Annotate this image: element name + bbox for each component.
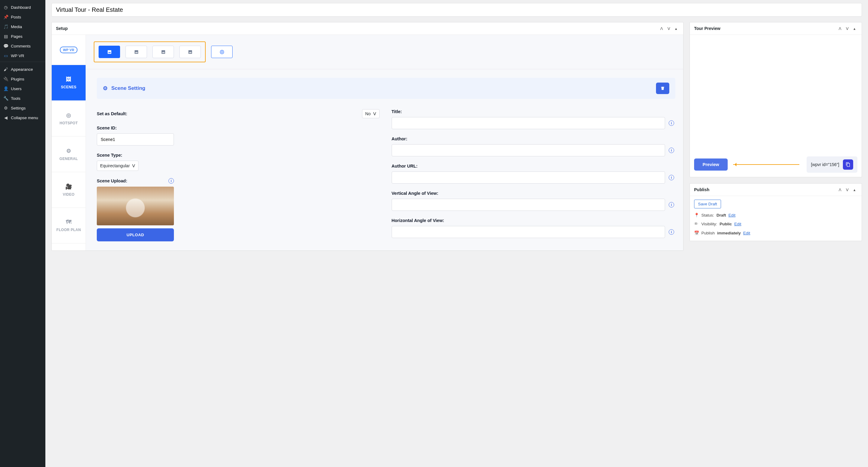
vtab-label: SCENES bbox=[61, 85, 76, 89]
chevron-up-icon[interactable]: ᐱ bbox=[658, 25, 664, 31]
sidebar-item-comments[interactable]: 💬Comments bbox=[0, 41, 45, 51]
scene-type-value: Equirectangular bbox=[100, 163, 130, 168]
vtab-scenes[interactable]: 🖼 SCENES bbox=[52, 65, 86, 101]
comment-icon: 💬 bbox=[3, 43, 8, 49]
sidebar-item-label: Settings bbox=[11, 106, 26, 111]
tour-preview-panel: Tour Preview ᐱ ᐯ ▴ Preview bbox=[689, 22, 862, 177]
edit-schedule-link[interactable]: Edit bbox=[743, 231, 750, 235]
post-title-input[interactable] bbox=[52, 3, 862, 17]
panel-title: Setup bbox=[56, 26, 68, 31]
publish-label: Publish bbox=[701, 231, 715, 235]
info-icon[interactable]: i bbox=[669, 148, 674, 153]
sidebar-item-collapse[interactable]: ◀Collapse menu bbox=[0, 113, 45, 123]
edit-status-link[interactable]: Edit bbox=[728, 213, 736, 217]
sidebar-item-tools[interactable]: 🔧Tools bbox=[0, 93, 45, 103]
setup-panel: Setup ᐱ ᐯ ▴ WP VR 🖼 bbox=[52, 22, 683, 251]
horizontal-angle-input[interactable] bbox=[392, 226, 665, 238]
scene-form: Set as Default: Noᐯ Scene ID: Scene Type… bbox=[86, 99, 683, 241]
info-icon[interactable]: i bbox=[669, 229, 674, 235]
shortcode-display: [wpvr id="156"] bbox=[807, 156, 858, 173]
edit-visibility-link[interactable]: Edit bbox=[734, 222, 741, 226]
preview-area: Preview [wpvr id="156"] bbox=[690, 35, 862, 177]
scene-thumb-1[interactable] bbox=[99, 46, 120, 58]
info-icon[interactable]: i bbox=[669, 202, 674, 208]
visibility-row: 👁 Visibility: Public Edit bbox=[694, 222, 858, 226]
vtab-general[interactable]: ⚙ GENERAL bbox=[52, 136, 86, 172]
sidebar-item-label: Appearance bbox=[11, 67, 33, 72]
caret-up-icon[interactable]: ▴ bbox=[851, 187, 858, 193]
sidebar-item-users[interactable]: 👤Users bbox=[0, 84, 45, 93]
info-icon[interactable]: i bbox=[669, 120, 674, 126]
caret-up-icon[interactable]: ▴ bbox=[851, 25, 858, 31]
setup-vertical-tabs: WP VR 🖼 SCENES ◎ HOTSPOT ⚙ bbox=[52, 35, 86, 250]
sidebar-item-wpvr[interactable]: ▭WP VR bbox=[0, 51, 45, 61]
title-label: Title: bbox=[392, 109, 675, 114]
scene-type-select[interactable]: Equirectangularᐯ bbox=[97, 161, 138, 171]
chevron-down-icon[interactable]: ᐯ bbox=[666, 25, 672, 31]
sidebar-item-label: Comments bbox=[11, 44, 31, 49]
scene-id-input[interactable] bbox=[97, 133, 174, 146]
info-icon[interactable]: i bbox=[168, 178, 174, 184]
vtab-label: HOTSPOT bbox=[60, 121, 78, 125]
vertical-angle-label: Vertical Angle of View: bbox=[392, 191, 675, 196]
chevron-up-icon[interactable]: ᐱ bbox=[837, 25, 843, 31]
scene-id-label: Scene ID: bbox=[97, 126, 379, 130]
sidebar-item-plugins[interactable]: 🔌Plugins bbox=[0, 74, 45, 84]
vr-icon: ▭ bbox=[3, 53, 8, 58]
scene-thumb-2[interactable] bbox=[125, 46, 147, 58]
copy-shortcode-button[interactable] bbox=[843, 159, 853, 170]
video-icon: 🎥 bbox=[65, 183, 72, 190]
author-input[interactable] bbox=[392, 144, 665, 156]
user-icon: 👤 bbox=[3, 86, 8, 91]
key-icon: 📍 bbox=[694, 213, 699, 217]
default-select[interactable]: Noᐯ bbox=[362, 109, 379, 118]
annotation-arrow bbox=[733, 164, 800, 165]
vtab-video[interactable]: 🎥 VIDEO bbox=[52, 172, 86, 208]
brand-logo: WP VR bbox=[52, 35, 86, 65]
sidebar-item-pages[interactable]: ▤Pages bbox=[0, 31, 45, 41]
scene-setting-header: ⚙ Scene Setting bbox=[97, 78, 675, 99]
scene-thumb-4[interactable] bbox=[179, 46, 201, 58]
author-label: Author: bbox=[392, 136, 675, 141]
default-value: No bbox=[365, 111, 371, 116]
vtab-floorplan[interactable]: 🗺 FLOOR PLAN bbox=[52, 208, 86, 244]
add-scene-button[interactable] bbox=[211, 46, 232, 58]
chevron-down-icon[interactable]: ᐯ bbox=[844, 187, 850, 193]
info-icon[interactable]: i bbox=[669, 175, 674, 180]
save-draft-button[interactable]: Save Draft bbox=[694, 199, 721, 208]
sidebar-item-label: Plugins bbox=[11, 77, 24, 81]
sidebar-item-posts[interactable]: 📌Posts bbox=[0, 12, 45, 22]
sidebar-item-dashboard[interactable]: ◷Dashboard bbox=[0, 2, 45, 12]
vtab-hotspot[interactable]: ◎ HOTSPOT bbox=[52, 101, 86, 136]
panel-title: Publish bbox=[694, 187, 710, 192]
vertical-angle-input[interactable] bbox=[392, 199, 665, 211]
chevron-down-icon: ᐯ bbox=[132, 163, 135, 168]
scene-upload-preview bbox=[97, 187, 174, 225]
caret-up-icon[interactable]: ▴ bbox=[673, 25, 679, 31]
scene-thumb-3[interactable] bbox=[152, 46, 174, 58]
sliders-icon: ⚙ bbox=[3, 105, 8, 111]
sidebar-item-appearance[interactable]: 🖌Appearance bbox=[0, 64, 45, 74]
sidebar-item-media[interactable]: 🎵Media bbox=[0, 22, 45, 31]
chevron-down-icon[interactable]: ᐯ bbox=[844, 25, 850, 31]
author-url-label: Author URL: bbox=[392, 164, 675, 168]
sidebar-item-label: Media bbox=[11, 25, 22, 29]
sidebar-item-label: Posts bbox=[11, 15, 21, 19]
title-input[interactable] bbox=[392, 117, 665, 129]
sidebar-item-label: Collapse menu bbox=[11, 116, 38, 120]
status-label: Status: bbox=[701, 213, 714, 217]
preview-button[interactable]: Preview bbox=[694, 158, 728, 170]
author-url-input[interactable] bbox=[392, 172, 665, 184]
scene-thumb-tabs bbox=[86, 35, 683, 69]
sidebar-item-settings[interactable]: ⚙Settings bbox=[0, 103, 45, 113]
media-icon: 🎵 bbox=[3, 24, 8, 29]
calendar-icon: 📅 bbox=[694, 230, 699, 235]
sidebar-item-label: WP VR bbox=[11, 54, 24, 58]
upload-button[interactable]: UPLOAD bbox=[97, 228, 174, 241]
delete-scene-button[interactable] bbox=[656, 83, 669, 94]
scene-thumb-highlight-group bbox=[94, 41, 206, 62]
chevron-up-icon[interactable]: ᐱ bbox=[837, 187, 843, 193]
sidebar-item-label: Users bbox=[11, 87, 22, 91]
gear-icon: ⚙ bbox=[103, 85, 108, 92]
vtab-label: GENERAL bbox=[60, 157, 78, 161]
